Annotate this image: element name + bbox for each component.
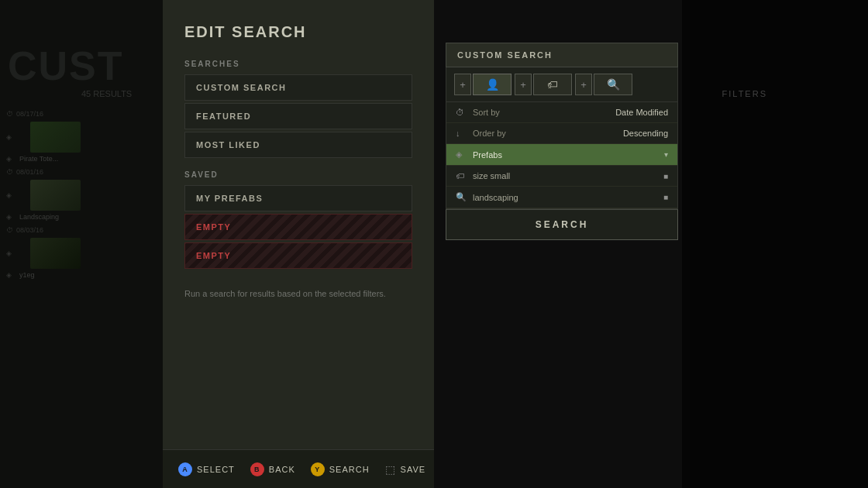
order-value: Descending (623, 129, 668, 138)
saved-item-myprefabs[interactable]: MY PREFABS (184, 185, 412, 211)
prefabs-remove-btn[interactable]: ▾ (664, 150, 668, 159)
filter-buttons-row: + 👤 + 🏷 + 🔍 (446, 67, 677, 102)
sort-label: Sort by (473, 108, 615, 117)
sort-row: ⏱ Sort by Date Modified (446, 102, 677, 123)
btn-a-circle: A (178, 462, 192, 476)
select-label: Select (197, 465, 235, 474)
select-action[interactable]: A Select (178, 462, 235, 476)
plus-search-btn[interactable]: + (575, 74, 592, 95)
search-item-custom[interactable]: CUSTOM SEARCH (184, 74, 412, 101)
search-action[interactable]: Y Search (311, 462, 370, 476)
plus-icon-3: + (580, 79, 587, 91)
save-action[interactable]: ⬚ Save (385, 463, 426, 476)
prefabs-icon: ◈ (456, 149, 467, 160)
filters-label: FILTERS (722, 89, 767, 98)
plus-person-btn[interactable]: + (454, 74, 471, 95)
search-panel-title: CUSTOM SEARCH (457, 50, 553, 60)
searches-section-label: SEARCHES (184, 60, 412, 68)
btn-group-tag: + 🏷 (515, 74, 572, 95)
order-row: ↓ Order by Descending (446, 123, 677, 144)
save-label: Save (401, 465, 426, 474)
search-item-mostliked[interactable]: MOST LIKED (184, 132, 412, 158)
plus-icon-2: + (520, 79, 526, 91)
saved-section-label: SAVED (184, 170, 412, 179)
plus-tag-btn[interactable]: + (515, 74, 532, 95)
save-icon: ⬚ (385, 463, 396, 476)
search-filter-btn[interactable]: 🔍 (594, 74, 632, 95)
search-submit-button[interactable]: SEARCH (446, 209, 678, 240)
search-panel: CUSTOM SEARCH + 👤 + 🏷 (446, 43, 678, 240)
person-filter-btn[interactable]: 👤 (473, 74, 512, 95)
search-icon: 🔍 (607, 78, 620, 91)
order-label: Order by (473, 129, 623, 138)
back-label: Back (269, 465, 295, 474)
bottom-bar: A Select B Back Y Search ⬚ Save (163, 449, 434, 488)
hint-text: Run a search for results based on the se… (184, 287, 412, 301)
active-filter-row[interactable]: ◈ Prefabs ▾ (446, 144, 677, 166)
btn-group-search: + 🔍 (575, 74, 632, 95)
search-filter-icon: 🔍 (456, 192, 467, 202)
sort-value: Date Modified (615, 108, 668, 117)
tag-filter-icon: 🏷 (456, 171, 467, 180)
btn-y-circle: Y (311, 462, 325, 476)
size-filter-row[interactable]: 🏷 size small ■ (446, 166, 677, 187)
saved-item-empty-2[interactable]: EMPTY (184, 242, 412, 269)
landscaping-filter-label: landscaping (473, 193, 663, 202)
size-remove-btn[interactable]: ■ (663, 172, 668, 180)
edit-panel: EDIT SEARCH SEARCHES CUSTOM SEARCH FEATU… (163, 0, 434, 488)
landscaping-remove-btn[interactable]: ■ (663, 193, 668, 201)
tag-icon: 🏷 (547, 78, 558, 91)
person-icon: 👤 (486, 78, 499, 91)
edit-panel-title: EDIT SEARCH (184, 23, 412, 41)
landscaping-filter-row[interactable]: 🔍 landscaping ■ (446, 187, 677, 208)
size-filter-label: size small (473, 171, 663, 180)
tag-filter-btn[interactable]: 🏷 (533, 74, 572, 95)
saved-item-empty-1[interactable]: EMPTY (184, 214, 412, 240)
prefabs-filter-label: Prefabs (473, 150, 664, 160)
search-item-featured[interactable]: FEATURED (184, 103, 412, 129)
btn-group-person: + 👤 (454, 74, 512, 95)
search-panel-body: + 👤 + 🏷 + 🔍 (446, 67, 678, 209)
back-action[interactable]: B Back (250, 462, 295, 476)
right-overlay (682, 0, 868, 488)
order-icon: ↓ (456, 129, 467, 138)
plus-icon-1: + (460, 79, 466, 91)
search-label: Search (329, 465, 370, 474)
clock-sort-icon: ⏱ (456, 108, 467, 117)
search-panel-header: CUSTOM SEARCH (446, 43, 678, 67)
btn-b-circle: B (250, 462, 264, 476)
